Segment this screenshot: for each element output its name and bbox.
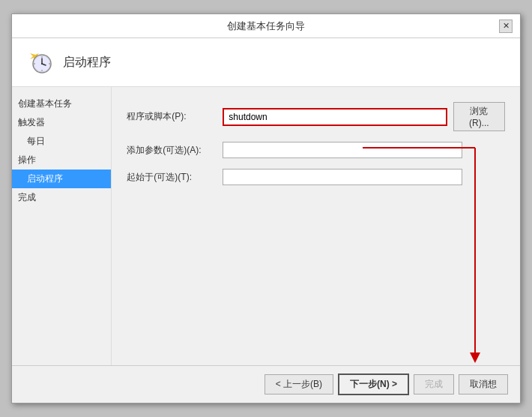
finish-button: 完成 [414, 374, 454, 394]
browse-button[interactable]: 浏览(R)... [453, 102, 505, 131]
start-input[interactable] [223, 169, 462, 185]
program-input[interactable] [223, 108, 447, 126]
sidebar-item-create-task: 创建基本任务 [12, 94, 111, 113]
content-area: 创建基本任务 触发器 每日 操作 启动程序 完成 程序或脚本(P): 浏览(R)… [12, 87, 520, 365]
sidebar-item-finish: 完成 [12, 188, 111, 207]
title-bar: 创建基本任务向导 ✕ [12, 14, 520, 38]
svg-point-5 [41, 63, 43, 64]
next-button[interactable]: 下一步(N) > [338, 374, 409, 395]
window-title: 创建基本任务向导 [33, 20, 499, 33]
program-label: 程序或脚本(P): [127, 110, 217, 123]
sidebar: 创建基本任务 触发器 每日 操作 启动程序 完成 [12, 87, 112, 365]
header-svg-icon [25, 49, 52, 76]
header-section: 启动程序 [12, 38, 520, 87]
main-window: 创建基本任务向导 ✕ 启动程序 [11, 14, 521, 404]
cancel-button[interactable]: 取消想 [459, 374, 508, 394]
sidebar-item-action: 操作 [12, 151, 111, 170]
main-form: 程序或脚本(P): 浏览(R)... 添加参数(可选)(A): 起始于(可选)(… [112, 87, 520, 365]
sidebar-item-start-program[interactable]: 启动程序 [12, 170, 111, 188]
args-row: 添加参数(可选)(A): [127, 142, 505, 158]
close-button[interactable]: ✕ [499, 20, 513, 33]
header-title: 启动程序 [63, 55, 111, 70]
program-row: 程序或脚本(P): 浏览(R)... [127, 102, 505, 131]
sidebar-item-daily: 每日 [12, 132, 111, 151]
args-label: 添加参数(可选)(A): [127, 144, 217, 157]
task-icon [24, 47, 54, 77]
start-label: 起始于(可选)(T): [127, 171, 217, 184]
args-input[interactable] [223, 142, 462, 158]
footer: < 上一步(B) 下一步(N) > 完成 取消想 [12, 365, 520, 403]
start-row: 起始于(可选)(T): [127, 169, 505, 185]
sidebar-item-trigger: 触发器 [12, 113, 111, 132]
back-button[interactable]: < 上一步(B) [265, 374, 333, 394]
